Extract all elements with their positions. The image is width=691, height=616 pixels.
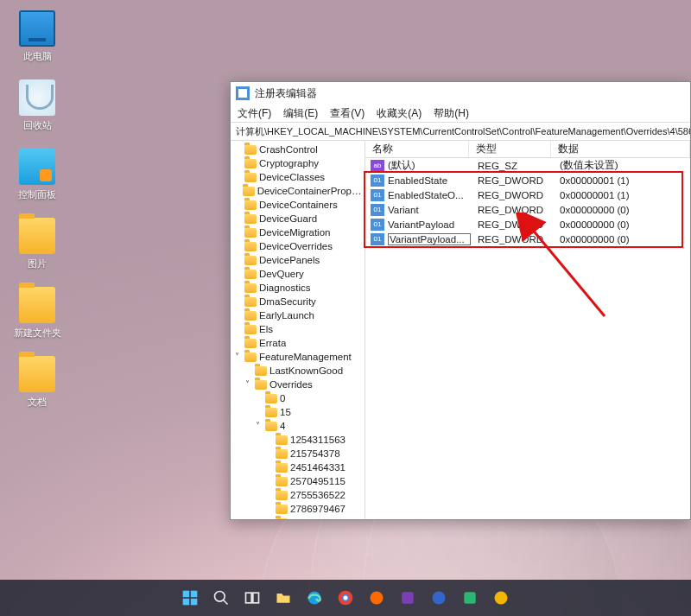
folder-icon xyxy=(276,505,288,514)
values-pane: 名称 类型 数据 ab(默认)REG_SZ(数值未设置)01EnabledSta… xyxy=(365,141,690,519)
tree-node[interactable]: 215754378 xyxy=(232,447,365,460)
tree-node[interactable]: 15 xyxy=(232,405,365,419)
desktop-icon-documents[interactable]: 文档 xyxy=(10,356,64,409)
value-row[interactable]: 01VariantPayload...REG_DWORD0x00000000 (… xyxy=(365,232,690,246)
value-data: 0x00000000 (0) xyxy=(553,205,690,215)
desktop-icon-label: 图片 xyxy=(10,257,64,270)
tree-node[interactable]: DevQuery xyxy=(232,267,365,281)
address-bar[interactable]: 计算机\HKEY_LOCAL_MACHINE\SYSTEM\CurrentCon… xyxy=(231,122,690,141)
taskview-button[interactable] xyxy=(241,587,263,609)
window-title: 注册表编辑器 xyxy=(255,86,317,101)
taskbar-app-5[interactable] xyxy=(490,587,512,609)
start-button[interactable] xyxy=(179,587,201,609)
chrome-icon[interactable] xyxy=(334,587,357,609)
tree-node[interactable]: EarlyLaunch xyxy=(232,308,365,322)
tree-node[interactable]: Errata xyxy=(232,336,365,350)
tree-node[interactable]: ˅FeatureManagement xyxy=(232,350,365,364)
menu-help[interactable]: 帮助(H) xyxy=(434,106,469,121)
value-row[interactable]: ab(默认)REG_SZ(数值未设置) xyxy=(365,158,690,173)
menu-file[interactable]: 文件(F) xyxy=(238,106,271,121)
expand-icon[interactable]: ˅ xyxy=(243,378,252,391)
svg-point-17 xyxy=(495,592,508,605)
taskbar-app-3[interactable] xyxy=(428,587,450,609)
explorer-icon[interactable] xyxy=(272,587,295,609)
desktop-icon-new-folder[interactable]: 新建文件夹 xyxy=(10,287,64,340)
tree-node[interactable]: 2570495115 xyxy=(232,474,365,488)
tree-node[interactable]: Diagnostics xyxy=(232,281,365,295)
menu-edit[interactable]: 编辑(E) xyxy=(283,106,318,121)
folder-icon xyxy=(244,311,257,321)
value-row[interactable]: 01EnabledStateREG_DWORD0x00000001 (1) xyxy=(365,173,690,187)
tree-node[interactable]: Els xyxy=(232,322,365,336)
search-button[interactable] xyxy=(210,587,232,609)
folder-icon xyxy=(276,477,288,486)
recycle-bin-icon xyxy=(19,79,55,116)
tree-node-label: 1254311563 xyxy=(290,433,346,447)
value-row[interactable]: 01EnabledStateO...REG_DWORD0x00000001 (1… xyxy=(365,187,690,202)
col-name[interactable]: 名称 xyxy=(365,141,469,157)
tree-node[interactable]: DmaSecurity xyxy=(232,295,365,308)
tree-node[interactable]: 2786979467 xyxy=(232,502,365,516)
folder-icon xyxy=(255,366,267,376)
folder-icon xyxy=(276,491,288,500)
col-type[interactable]: 类型 xyxy=(469,141,551,157)
taskbar xyxy=(0,580,691,616)
column-headers[interactable]: 名称 类型 数据 xyxy=(365,141,690,158)
value-type: REG_DWORD xyxy=(471,205,553,215)
tree-node[interactable]: DeviceGuard xyxy=(232,212,365,225)
tree-node-label: 2755536522 xyxy=(290,488,346,502)
taskbar-app-2[interactable] xyxy=(396,587,419,609)
desktop-icon-control-panel[interactable]: 控制面板 xyxy=(10,149,64,201)
tree-node[interactable]: 0 xyxy=(232,391,365,405)
tree-node[interactable]: ˅Overrides xyxy=(232,378,365,391)
svg-point-13 xyxy=(371,592,384,605)
value-data: 0x00000000 (0) xyxy=(553,234,690,244)
tree-node[interactable]: CrashControl xyxy=(232,143,365,156)
dword-value-icon: 01 xyxy=(371,233,384,245)
taskbar-app-4[interactable] xyxy=(459,587,481,609)
regedit-window: 注册表编辑器 文件(F) 编辑(E) 查看(V) 收藏夹(A) 帮助(H) 计算… xyxy=(230,81,691,520)
folder-icon xyxy=(276,463,288,473)
desktop-icon-pictures[interactable]: 图片 xyxy=(10,218,64,270)
tree-node-label: EarlyLaunch xyxy=(259,308,314,322)
value-row[interactable]: 01VariantPayloadREG_DWORD0x00000000 (0) xyxy=(365,217,690,232)
tree-node[interactable]: Cryptography xyxy=(232,156,365,170)
folder-icon xyxy=(265,408,277,417)
tree-node[interactable]: 1254311563 xyxy=(232,433,365,447)
tree-node[interactable]: 3476628106 xyxy=(232,516,365,519)
tree-node[interactable]: DeviceContainers xyxy=(232,198,365,212)
tree-node-label: DevQuery xyxy=(259,267,304,281)
col-data[interactable]: 数据 xyxy=(551,141,690,157)
taskbar-app-1[interactable] xyxy=(365,587,388,609)
dword-value-icon: 01 xyxy=(371,204,384,216)
desktop-icon-this-pc[interactable]: 此电脑 xyxy=(10,10,64,63)
menu-favorites[interactable]: 收藏夹(A) xyxy=(377,106,422,121)
tree-node[interactable]: 2451464331 xyxy=(232,460,365,474)
expand-icon[interactable]: ˅ xyxy=(232,350,242,364)
tree-node[interactable]: 2755536522 xyxy=(232,488,365,502)
tree-node[interactable]: LastKnownGood xyxy=(232,364,365,378)
value-row[interactable]: 01VariantREG_DWORD0x00000000 (0) xyxy=(365,202,690,217)
folder-icon xyxy=(19,356,55,392)
folder-icon xyxy=(244,325,257,334)
folder-icon xyxy=(244,145,257,155)
tree-node[interactable]: ˅4 xyxy=(232,419,365,433)
tree-node[interactable]: DevicePanels xyxy=(232,253,365,267)
regedit-icon xyxy=(236,86,250,100)
edge-icon[interactable] xyxy=(303,587,326,609)
tree-node[interactable]: DeviceClasses xyxy=(232,170,365,184)
tree-node[interactable]: DeviceContainerPropertyUpda xyxy=(232,184,365,198)
svg-point-12 xyxy=(344,596,348,600)
titlebar[interactable]: 注册表编辑器 xyxy=(231,82,690,105)
tree-pane[interactable]: CrashControlCryptographyDeviceClassesDev… xyxy=(231,141,365,519)
svg-point-5 xyxy=(215,592,225,602)
folder-icon xyxy=(244,283,257,293)
desktop-icon-label: 新建文件夹 xyxy=(10,327,64,340)
tree-node[interactable]: DeviceMigration xyxy=(232,225,365,239)
menu-view[interactable]: 查看(V) xyxy=(330,106,365,121)
folder-icon xyxy=(244,214,257,224)
expand-icon[interactable]: ˅ xyxy=(253,419,263,433)
tree-node[interactable]: DeviceOverrides xyxy=(232,239,365,253)
desktop-icon-recycle-bin[interactable]: 回收站 xyxy=(10,79,64,132)
value-type: REG_DWORD xyxy=(471,219,553,230)
